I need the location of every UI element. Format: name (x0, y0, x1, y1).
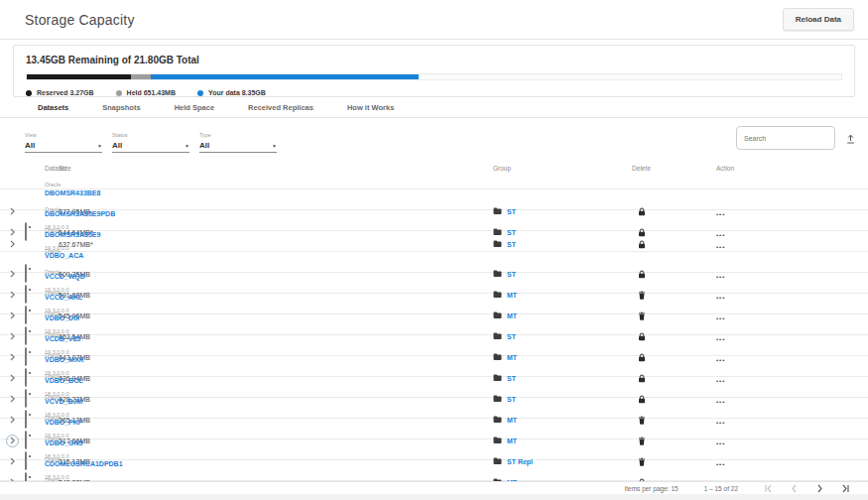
group-link[interactable]: MT (507, 292, 517, 299)
dataset-name-link[interactable]: VDBO_MXK (45, 356, 59, 364)
expand-chevron[interactable] (6, 268, 19, 281)
actions-menu-button[interactable]: ••• (694, 461, 725, 467)
next-page-button[interactable] (815, 484, 824, 493)
dataset-name-link[interactable]: VCCD_AKL (45, 294, 59, 302)
last-page-button[interactable] (841, 484, 850, 493)
expand-chevron[interactable] (6, 351, 19, 364)
delete-button[interactable] (638, 329, 646, 344)
actions-menu-button[interactable]: ••• (694, 399, 725, 405)
group-link[interactable]: MT (507, 417, 517, 424)
tab-snapshots[interactable]: Snapshots (102, 103, 140, 112)
group-link[interactable]: MT (507, 479, 517, 482)
expand-chevron[interactable] (6, 476, 19, 482)
search-input[interactable] (736, 126, 835, 150)
delete-button[interactable] (638, 350, 646, 365)
group-link[interactable]: ST (507, 229, 516, 236)
actions-menu-button[interactable]: ••• (694, 336, 725, 342)
expand-chevron[interactable] (6, 435, 19, 447)
group-link[interactable]: ST (507, 271, 516, 278)
tab-how-it-works[interactable]: How it Works (347, 103, 394, 112)
dataset-name-link[interactable]: VDBO_GN5 (45, 439, 59, 447)
group-link[interactable]: MT (507, 438, 517, 444)
first-page-button[interactable] (764, 484, 773, 493)
delete-button[interactable] (638, 392, 646, 407)
expand-chevron[interactable] (6, 455, 19, 468)
dataset-subtitle: Oracle 19.3.0.0.0 (45, 178, 59, 189)
delete-button[interactable] (638, 475, 646, 482)
group-link[interactable]: ST (507, 375, 516, 382)
group-link[interactable]: ST (507, 396, 516, 403)
delete-button[interactable] (638, 454, 646, 469)
tab-datasets[interactable]: Datasets (38, 103, 68, 112)
dataset-name-link[interactable]: VCDB_V85 (45, 335, 59, 343)
status-filter-select[interactable]: StatusAll▼ (112, 123, 189, 153)
export-icon[interactable] (845, 133, 856, 144)
view-filter-select[interactable]: ViewAll▼ (25, 123, 102, 153)
dataset-size: 317.66MB (59, 438, 493, 444)
chevron-down-icon: ▼ (97, 143, 102, 149)
expand-chevron[interactable] (6, 414, 19, 427)
legend-dot-icon (116, 90, 122, 96)
expand-chevron[interactable] (6, 330, 19, 343)
expand-chevron[interactable] (6, 238, 19, 251)
trash-icon (638, 413, 646, 428)
lock-icon (638, 204, 646, 219)
tab-received-replicas[interactable]: Received Replicas (248, 103, 313, 112)
dataset-name-link[interactable]: VDBO_PKF (45, 419, 59, 427)
delete-button[interactable] (638, 434, 646, 448)
group-link[interactable]: ST (507, 208, 516, 215)
expand-chevron[interactable] (6, 205, 19, 218)
dataset-name-link[interactable]: VCVD_BJM (45, 398, 59, 406)
dataset-size: 452.54MB (59, 333, 493, 340)
dataset-name-link[interactable]: VDBO_BOL (45, 377, 59, 385)
delete-button[interactable] (638, 237, 646, 252)
group-link[interactable]: ST Repl (507, 458, 533, 465)
previous-page-button[interactable] (790, 484, 799, 493)
actions-menu-button[interactable]: ••• (694, 378, 725, 384)
group-link[interactable]: ST (507, 333, 516, 340)
delete-button[interactable] (638, 267, 646, 282)
actions-menu-button[interactable]: ••• (694, 295, 725, 301)
expand-chevron[interactable] (6, 393, 19, 406)
actions-menu-button[interactable]: ••• (694, 244, 725, 250)
expand-chevron[interactable] (6, 289, 19, 302)
dataset-name-link[interactable]: DBOMSR3A85E9 (45, 231, 59, 239)
dataset-name-link[interactable]: VDBO_ACA (45, 252, 59, 260)
group-link[interactable]: ST (507, 241, 516, 248)
expand-chevron[interactable] (6, 372, 19, 385)
dataset-name-link[interactable]: VDBO_D0I (45, 314, 59, 322)
folder-icon (493, 374, 502, 382)
expand-chevron[interactable] (6, 226, 19, 239)
actions-menu-button[interactable]: ••• (694, 211, 725, 217)
dataset-name-link[interactable]: DBOMSR433BE8 (45, 189, 59, 197)
delete-button[interactable] (638, 288, 646, 303)
delete-button[interactable] (638, 371, 646, 386)
lock-icon (638, 237, 646, 252)
actions-menu-button[interactable]: ••• (694, 315, 725, 321)
column-header-group: Group (493, 165, 588, 172)
dataset-size: 436.94MB (59, 375, 493, 382)
group-link[interactable]: MT (507, 354, 517, 361)
type-filter-select[interactable]: TypeAll▼ (199, 123, 277, 153)
actions-menu-button[interactable]: ••• (694, 420, 725, 426)
group-link[interactable]: MT (507, 312, 517, 319)
actions-menu-button[interactable]: ••• (694, 440, 725, 446)
capacity-legend: Reserved 3.27GBHeld 651.43MBYour data 8.… (26, 89, 842, 96)
trash-icon (638, 309, 646, 323)
dataset-name-link[interactable]: VCCD_WQD (45, 273, 59, 281)
actions-menu-button[interactable]: ••• (694, 274, 725, 280)
expand-chevron[interactable] (6, 310, 19, 322)
actions-menu-button[interactable]: ••• (694, 357, 725, 363)
dataset-name-link[interactable]: CDOMLOSRCA1DPDB1 (45, 460, 59, 468)
delete-button[interactable] (638, 204, 646, 219)
chevron-down-icon: ▼ (185, 143, 189, 149)
tab-held-space[interactable]: Held Space (175, 103, 214, 112)
items-per-page[interactable]: Items per page: 15 (624, 485, 678, 492)
reload-data-button[interactable]: Reload Data (783, 8, 854, 31)
pagination (764, 484, 850, 493)
delete-button[interactable] (638, 413, 646, 428)
vdb-icon (25, 306, 27, 324)
dataset-size: 428.23MB (59, 396, 493, 403)
delete-button[interactable] (638, 309, 646, 323)
dataset-name-link[interactable]: DBOMSR3A85E9PDB (45, 210, 59, 218)
